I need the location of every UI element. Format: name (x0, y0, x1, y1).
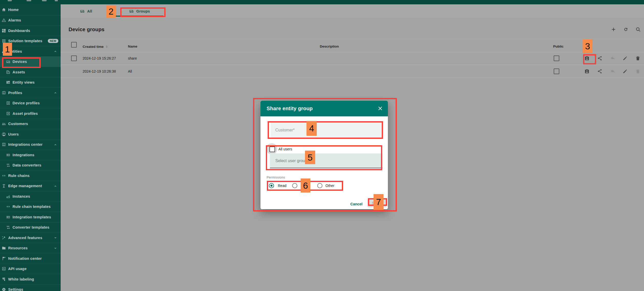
permission-radio-other[interactable] (317, 183, 322, 188)
public-checkbox[interactable] (554, 55, 559, 61)
share-icon[interactable] (597, 55, 603, 61)
permissions-radio-group: ReadOther (260, 181, 388, 190)
active-tab-indicator (116, 16, 163, 17)
sidebar-item-rule-chain-templates[interactable]: Rule chain templates (0, 202, 61, 212)
folder-icon (2, 246, 6, 250)
add-button[interactable] (610, 26, 617, 32)
close-icon[interactable] (377, 105, 383, 111)
cropped-logo-icon (8, 0, 12, 1)
sidebar-item-solution-templates[interactable]: Solution templatesNEW (0, 36, 61, 46)
sidebar-item-entity-views[interactable]: Entity views (0, 77, 61, 88)
sidebar-item-integrations-center[interactable]: Integrations center (0, 139, 61, 150)
cropped-logo-icon (42, 0, 47, 1)
home-icon (2, 7, 6, 12)
sidebar-item-entities[interactable]: Entities (0, 46, 61, 57)
sidebar-item-alarms[interactable]: Alarms (0, 15, 61, 26)
column-header-description[interactable]: Description (320, 44, 339, 48)
column-header-name[interactable]: Name (128, 44, 137, 48)
sidebar-item-advanced-features[interactable]: Advanced features (0, 232, 61, 243)
undo-icon[interactable] (610, 69, 615, 74)
row-actions (584, 55, 641, 61)
sidebar-item-asset-profiles[interactable]: Asset profiles (0, 108, 61, 119)
cropped-logo-icon (27, 0, 31, 1)
warning-icon (2, 18, 6, 23)
permission-radio-hidden[interactable] (292, 183, 297, 188)
permission-radio-read[interactable] (269, 183, 274, 188)
sidebar-item-label: Home (8, 8, 19, 12)
sidebar-item-users[interactable]: Users (0, 129, 61, 139)
transform-icon (6, 163, 10, 167)
tab-groups-label: Groups (136, 9, 150, 13)
tab-all-label: All (87, 9, 92, 13)
sidebar-item-label: Instances (13, 194, 30, 198)
divider (61, 39, 644, 39)
chevron-up-icon (53, 49, 58, 53)
table-row[interactable]: 2024-12-19 15:26:27share (61, 52, 644, 65)
search-button[interactable] (635, 26, 641, 32)
sidebar-item-instances[interactable]: Instances (0, 191, 61, 202)
all-users-checkbox[interactable] (269, 147, 275, 152)
tab-all[interactable]: All (67, 4, 105, 18)
cancel-button[interactable]: Cancel (347, 202, 365, 206)
public-checkbox[interactable] (554, 69, 559, 74)
sidebar-item-notification-center[interactable]: Notification center (0, 253, 61, 264)
hub-icon (2, 142, 6, 147)
refresh-button[interactable] (623, 26, 629, 32)
apps-icon (2, 39, 6, 43)
cropped-logo-icon (55, 0, 58, 1)
select-all-checkbox[interactable] (71, 42, 77, 48)
sidebar-item-integration-templates[interactable]: Integration templates (0, 212, 61, 222)
devprofile-icon (6, 101, 10, 105)
column-header-created-time[interactable]: Created time (83, 44, 109, 49)
edit-icon[interactable] (622, 69, 628, 74)
sidebar-item-label: Entity views (13, 80, 35, 84)
manage-users-icon[interactable] (584, 69, 590, 74)
sidebar-item-profiles[interactable]: Profiles (0, 87, 61, 98)
sort-desc-icon (105, 44, 109, 49)
manage-users-icon[interactable] (584, 55, 590, 61)
share-icon[interactable] (597, 69, 603, 74)
sidebar-item-resources[interactable]: Resources (0, 243, 61, 253)
sidebar-item-assets[interactable]: Assets (0, 67, 61, 77)
row-checkbox[interactable] (71, 55, 77, 61)
sidebar-item-label: Rule chains (8, 174, 30, 178)
sidebar-item-converter-templates[interactable]: Converter templates (0, 222, 61, 233)
sidebar-item-label: Notification center (8, 256, 42, 261)
sidebar-item-device-profiles[interactable]: Device profiles (0, 98, 61, 108)
share-button-disabled[interactable]: Share (368, 199, 386, 207)
delete-icon[interactable] (635, 55, 641, 61)
sidebar-item-settings[interactable]: Settings (0, 284, 61, 291)
sidebar-item-label: Device profiles (13, 101, 40, 105)
sidebar-item-edge-management[interactable]: Edge management (0, 181, 61, 191)
column-header-public[interactable]: Public (553, 44, 564, 48)
edit-icon[interactable] (622, 55, 628, 61)
customer-field[interactable]: Customer* (271, 122, 382, 138)
top-bar (0, 0, 644, 4)
category-icon (2, 49, 6, 54)
dialog-title: Share entity group (267, 106, 313, 111)
undo-icon[interactable] (610, 55, 615, 61)
gear-icon (2, 287, 6, 291)
transform-icon (6, 225, 10, 230)
sidebar-item-label: Rule chain templates (13, 205, 51, 209)
badge-card-icon (2, 91, 6, 95)
table-row[interactable]: 2024-12-19 10:26:38All (61, 65, 644, 78)
sidebar-item-white-labeling[interactable]: White labeling (0, 274, 61, 284)
sidebar-item-data-converters[interactable]: Data converters (0, 160, 61, 171)
sidebar-item-devices[interactable]: Devices (0, 57, 61, 67)
dialog-header: Share entity group (260, 101, 388, 116)
sidebar-item-rule-chains[interactable]: Rule chains (0, 170, 61, 181)
sidebar-item-integrations[interactable]: Integrations (0, 150, 61, 160)
sidebar-item-label: API usage (8, 267, 27, 271)
sidebar-item-customers[interactable]: Customers (0, 119, 61, 129)
sidebar-item-api-usage[interactable]: API usage (0, 264, 61, 274)
customer-field-label: Customer* (275, 128, 295, 132)
sidebar-item-dashboards[interactable]: Dashboards (0, 25, 61, 36)
delete-icon[interactable] (635, 69, 641, 74)
user-group-select[interactable]: Select user group* (270, 153, 383, 168)
chevron-down-icon (53, 246, 58, 250)
domain-icon (6, 70, 10, 74)
sidebar-item-label: Assets (13, 70, 25, 74)
sidebar-item-home[interactable]: Home (0, 5, 61, 15)
assetprofile-icon (6, 111, 10, 116)
